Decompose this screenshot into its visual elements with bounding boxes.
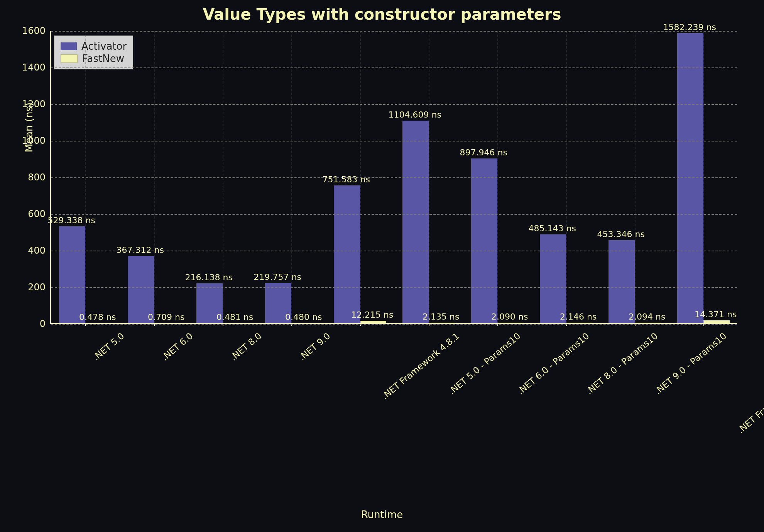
fastnew-bar [429, 323, 455, 323]
bar-value-label: 2.094 ns [629, 312, 665, 322]
v-gridline [566, 31, 567, 323]
activator-bar [608, 240, 635, 323]
v-gridline [703, 31, 704, 323]
activator-bar [402, 121, 429, 323]
fastnew-bar [703, 320, 730, 323]
y-tick-label: 1000 [22, 135, 50, 146]
bar-value-label: 219.757 ns [254, 272, 301, 282]
v-gridline [85, 31, 86, 323]
bar-value-label: 0.478 ns [79, 312, 116, 322]
fastnew-bar [360, 321, 386, 323]
bar-value-label: 751.583 ns [322, 175, 370, 184]
bar-value-label: 2.135 ns [423, 312, 459, 322]
x-tick-label: .NET Framework 4.8.1 - Params10 [735, 331, 764, 435]
x-tick-label: .NET 8.0 - Params10 [584, 331, 660, 396]
activator-bar [59, 226, 85, 323]
v-gridline [635, 31, 636, 323]
y-tick-label: 1400 [22, 62, 50, 73]
bar-value-label: 14.371 ns [695, 310, 737, 319]
chart-container: Value Types with constructor parameters … [0, 0, 764, 532]
plot-area: 02004006008001000120014001600 .NET 5.0.N… [50, 31, 737, 324]
y-tick-label: 400 [28, 245, 50, 256]
bar-value-label: 0.481 ns [216, 312, 253, 322]
activator-bar [471, 158, 497, 323]
activator-bar [677, 33, 703, 323]
bar-value-label: 485.143 ns [528, 224, 576, 233]
x-axis-label: Runtime [0, 509, 764, 520]
y-tick-label: 0 [40, 318, 50, 329]
bar-value-label: 367.312 ns [116, 245, 164, 255]
bar-value-label: 529.338 ns [47, 215, 95, 225]
y-tick-label: 800 [28, 172, 50, 183]
activator-bar [334, 185, 360, 323]
x-tick-label: .NET 6.0 [160, 331, 195, 362]
v-gridline [497, 31, 498, 323]
x-tick-label: .NET 9.0 [297, 331, 332, 362]
y-tick-label: 1200 [22, 99, 50, 109]
activator-bar [540, 234, 566, 323]
bar-value-label: 216.138 ns [185, 273, 232, 282]
bar-value-label: 2.146 ns [560, 312, 597, 322]
bar-value-label: 453.346 ns [597, 229, 644, 239]
v-gridline [154, 31, 155, 323]
gridline [51, 324, 737, 325]
bar-value-label: 897.946 ns [460, 148, 507, 157]
bar-value-label: 2.090 ns [491, 312, 528, 322]
y-tick-label: 200 [28, 282, 50, 293]
x-tick-label: .NET 8.0 [228, 331, 264, 362]
x-tick-label: .NET 6.0 - Params10 [516, 331, 591, 396]
fastnew-bar [566, 323, 592, 323]
bar-value-label: 1104.609 ns [388, 110, 441, 120]
y-tick-label: 600 [28, 209, 50, 219]
x-tick-label: .NET 9.0 - Params10 [653, 331, 729, 396]
y-tick-label: 1600 [22, 25, 50, 36]
bar-value-label: 12.215 ns [351, 310, 393, 320]
bar-value-label: 1582.239 ns [663, 22, 716, 32]
chart-title: Value Types with constructor parameters [0, 5, 764, 23]
fastnew-bar [497, 323, 524, 323]
axes [50, 31, 737, 324]
x-tick-label: .NET 5.0 [91, 331, 126, 362]
bar-value-label: 0.709 ns [148, 312, 184, 322]
fastnew-bar [635, 323, 661, 323]
bar-value-label: 0.480 ns [285, 312, 322, 322]
v-gridline [429, 31, 429, 323]
